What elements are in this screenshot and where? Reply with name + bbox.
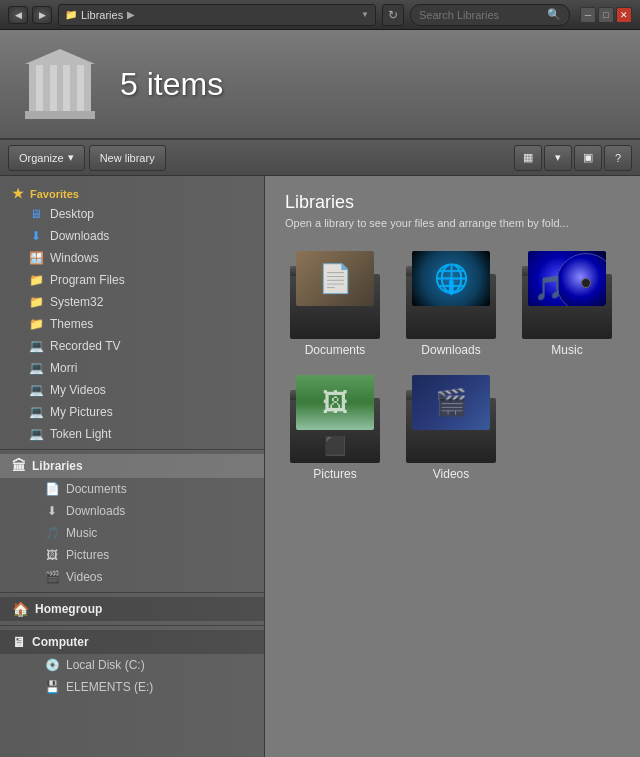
themes-icon: 📁 <box>28 316 44 332</box>
back-button[interactable]: ◀ <box>8 6 28 24</box>
search-icon: 🔍 <box>547 8 561 21</box>
sidebar-item-desktop-label: Desktop <box>50 207 94 221</box>
address-text: Libraries <box>81 9 123 21</box>
title-bar: ◀ ▶ 📁 Libraries ▶ ▼ ↻ 🔍 ─ □ ✕ <box>0 0 640 30</box>
recorded-tv-icon: 💻 <box>28 338 44 354</box>
minimize-button[interactable]: ─ <box>580 7 596 23</box>
address-bar[interactable]: 📁 Libraries ▶ ▼ <box>58 4 376 26</box>
search-bar[interactable]: 🔍 <box>410 4 570 26</box>
lib-videos-icon: 🎬 <box>44 569 60 585</box>
sidebar-lib-music[interactable]: 🎵 Music <box>0 522 264 544</box>
library-item-music[interactable]: 🎵 Music <box>517 249 617 357</box>
maximize-button[interactable]: □ <box>598 7 614 23</box>
view-buttons: ▦ ▾ ▣ ? <box>514 145 632 171</box>
sidebar-elements[interactable]: 💾 ELEMENTS (E:) <box>0 676 264 698</box>
header: 5 items <box>0 30 640 140</box>
address-dropdown-icon[interactable]: ▼ <box>361 10 369 19</box>
header-title: 5 items <box>120 66 223 103</box>
sidebar-item-token-light[interactable]: 💻 Token Light <box>0 423 264 445</box>
sidebar-item-desktop[interactable]: 🖥 Desktop <box>0 203 264 225</box>
column-4 <box>77 65 84 111</box>
library-icon-downloads: 🌐 ⬇ <box>406 249 496 339</box>
sidebar-item-themes[interactable]: 📁 Themes <box>0 313 264 335</box>
sidebar-item-morri[interactable]: 💻 Morri <box>0 357 264 379</box>
library-icon-music: 🎵 <box>522 249 612 339</box>
sidebar: ★ Favorites 🖥 Desktop ⬇ Downloads 🪟 Wind… <box>0 176 265 757</box>
downloads-thumbnail: 🌐 ⬇ <box>412 251 490 306</box>
library-name-pictures: Pictures <box>313 467 356 481</box>
organize-button[interactable]: Organize ▾ <box>8 145 85 171</box>
content-area: Libraries Open a library to see your fil… <box>265 176 640 757</box>
library-name-downloads: Downloads <box>421 343 480 357</box>
library-item-downloads[interactable]: 🌐 ⬇ Downloads <box>401 249 501 357</box>
sidebar-computer-header[interactable]: 🖥 Computer <box>0 630 264 654</box>
star-icon: ★ <box>12 186 24 201</box>
sidebar-libraries-header[interactable]: 🏛 Libraries <box>0 454 264 478</box>
downloads-icon: ⬇ <box>28 228 44 244</box>
sidebar-favorites-header[interactable]: ★ Favorites <box>0 180 264 203</box>
my-pictures-icon: 💻 <box>28 404 44 420</box>
sidebar-item-program-files[interactable]: 📁 Program Files <box>0 269 264 291</box>
sidebar-item-downloads[interactable]: ⬇ Downloads <box>0 225 264 247</box>
sidebar-lib-downloads[interactable]: ⬇ Downloads <box>0 500 264 522</box>
windows-icon: 🪟 <box>28 250 44 266</box>
building-base <box>25 111 95 119</box>
column-3 <box>63 65 70 111</box>
sidebar-lib-pictures-label: Pictures <box>66 548 109 562</box>
sidebar-local-disk-label: Local Disk (C:) <box>66 658 145 672</box>
search-input[interactable] <box>419 9 543 21</box>
pictures-thumbnail: 🖼 <box>296 375 374 430</box>
computer-icon: 🖥 <box>12 634 26 650</box>
content-title: Libraries <box>285 192 620 213</box>
sidebar-item-recorded-tv[interactable]: 💻 Recorded TV <box>0 335 264 357</box>
sidebar-homegroup-header[interactable]: 🏠 Homegroup <box>0 597 264 621</box>
library-item-documents[interactable]: 📄 Documents <box>285 249 385 357</box>
sidebar-item-system32[interactable]: 📁 System32 <box>0 291 264 313</box>
sidebar-lib-videos[interactable]: 🎬 Videos <box>0 566 264 588</box>
sidebar-item-windows[interactable]: 🪟 Windows <box>0 247 264 269</box>
sidebar-item-downloads-label: Downloads <box>50 229 109 243</box>
desktop-icon: 🖥 <box>28 206 44 222</box>
window-controls: ─ □ ✕ <box>580 7 632 23</box>
view-dropdown-button[interactable]: ▾ <box>544 145 572 171</box>
library-icon-documents: 📄 <box>290 249 380 339</box>
library-item-pictures[interactable]: 🖼 ⬛ Pictures <box>285 373 385 481</box>
docs-thumbnail: 📄 <box>296 251 374 306</box>
sidebar-item-my-videos[interactable]: 💻 My Videos <box>0 379 264 401</box>
refresh-button[interactable]: ↻ <box>382 4 404 26</box>
sidebar-lib-documents-label: Documents <box>66 482 127 496</box>
sidebar-item-my-pictures[interactable]: 💻 My Pictures <box>0 401 264 423</box>
organize-dropdown-icon: ▾ <box>68 151 74 164</box>
view-button-details[interactable]: ▣ <box>574 145 602 171</box>
forward-button[interactable]: ▶ <box>32 6 52 24</box>
library-item-videos[interactable]: 🎬 Videos <box>401 373 501 481</box>
library-icon-pictures: 🖼 ⬛ <box>290 373 380 463</box>
sidebar-lib-videos-label: Videos <box>66 570 102 584</box>
sidebar-lib-documents[interactable]: 📄 Documents <box>0 478 264 500</box>
view-button-list[interactable]: ▦ <box>514 145 542 171</box>
new-library-button[interactable]: New library <box>89 145 166 171</box>
sidebar-item-morri-label: Morri <box>50 361 77 375</box>
close-button[interactable]: ✕ <box>616 7 632 23</box>
sidebar-homegroup-label: Homegroup <box>35 602 102 616</box>
sidebar-local-disk[interactable]: 💿 Local Disk (C:) <box>0 654 264 676</box>
nav-controls: ◀ ▶ <box>8 6 52 24</box>
library-name-music: Music <box>551 343 582 357</box>
lib-docs-icon: 📄 <box>44 481 60 497</box>
lib-music-icon: 🎵 <box>44 525 60 541</box>
library-name-documents: Documents <box>305 343 366 357</box>
library-name-videos: Videos <box>433 467 469 481</box>
library-grid: 📄 Documents 🌐 <box>285 249 620 481</box>
homegroup-icon: 🏠 <box>12 601 29 617</box>
sidebar-computer-label: Computer <box>32 635 89 649</box>
help-button[interactable]: ? <box>604 145 632 171</box>
sidebar-item-my-videos-label: My Videos <box>50 383 106 397</box>
sidebar-divider-2 <box>0 592 264 593</box>
folder-icon: 📁 <box>65 9 77 20</box>
header-icon <box>20 44 100 124</box>
my-videos-icon: 💻 <box>28 382 44 398</box>
lib-downloads-icon: ⬇ <box>44 503 60 519</box>
sidebar-divider-1 <box>0 449 264 450</box>
morri-icon: 💻 <box>28 360 44 376</box>
sidebar-lib-pictures[interactable]: 🖼 Pictures <box>0 544 264 566</box>
